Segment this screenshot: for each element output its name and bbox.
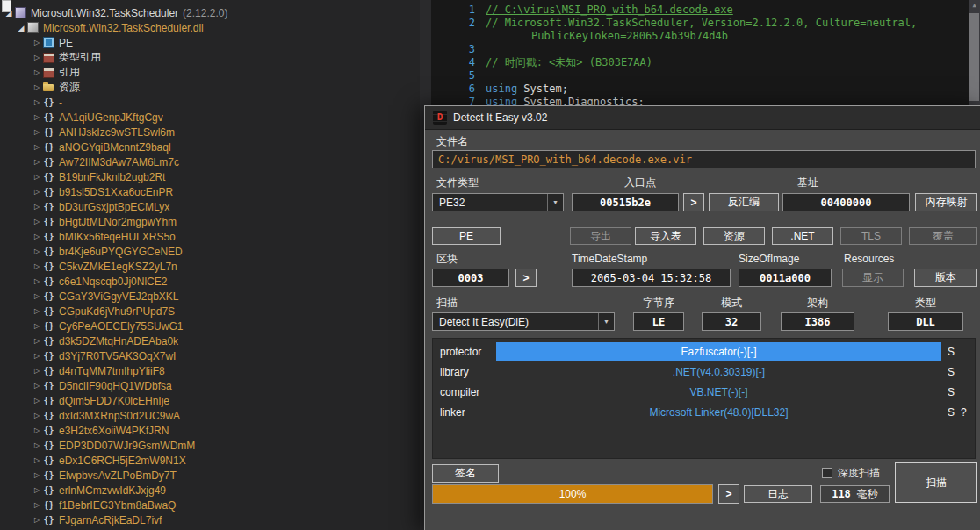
endianness-field[interactable]: LE — [633, 312, 684, 331]
disassemble-button[interactable]: 反汇编 — [709, 193, 779, 211]
import-table-button[interactable]: 导入表 — [635, 227, 696, 245]
log-button[interactable]: 日志 — [744, 485, 812, 503]
expander-icon[interactable]: ▷ — [32, 203, 42, 211]
scan-result-row[interactable]: linker Microsoft Linker(48.0)[DLL32] S ? — [433, 402, 975, 422]
expander-icon[interactable]: ▷ — [32, 367, 42, 375]
tree-item-namespace[interactable]: ▷ {} b91sl5DS1Xxa6ocEnPR — [0, 184, 420, 199]
minimize-button[interactable]: — — [947, 111, 973, 124]
tree-item-namespace[interactable]: ▷ {} EDP3DD07WJr9GsmWDmM — [0, 438, 420, 453]
tree-item[interactable]: ▷ 引用 — [0, 65, 420, 80]
expander-icon[interactable]: ▷ — [32, 68, 42, 76]
expander-icon[interactable]: ▷ — [32, 441, 42, 449]
expander-icon[interactable]: ▷ — [32, 352, 42, 360]
result-signature-flag[interactable]: S — [941, 346, 961, 358]
expander-icon[interactable]: ▷ — [32, 516, 42, 524]
expander-icon[interactable]: ▷ — [32, 262, 42, 270]
expander-icon[interactable]: ▷ — [32, 277, 42, 285]
export-button[interactable]: 导出 — [570, 227, 631, 245]
scrollbar-thumb[interactable] — [969, 13, 979, 101]
image-base-field[interactable]: 00400000 — [782, 193, 910, 211]
assembly-explorer[interactable]: ◢ Microsoft.Win32.TaskScheduler (2.12.2.… — [0, 0, 420, 530]
expander-icon[interactable]: ▷ — [32, 233, 42, 240]
expander-icon[interactable]: ▷ — [32, 113, 42, 121]
expander-icon[interactable]: ▷ — [32, 486, 42, 494]
tree-item-assembly[interactable]: ◢ Microsoft.Win32.TaskScheduler (2.12.2.… — [0, 5, 420, 20]
tree-item-namespace[interactable]: ▷ {} C5kvZMkE1egKSZ2yL7n — [0, 259, 420, 274]
arch-field[interactable]: I386 — [781, 312, 854, 331]
expander-icon[interactable]: ▷ — [32, 128, 42, 136]
signature-button[interactable]: 签名 — [432, 464, 499, 483]
resources-button[interactable]: 资源 — [703, 227, 765, 245]
tree-item[interactable]: ▷ 资源 — [0, 80, 420, 95]
tree-item-namespace[interactable]: ▷ {} f1BebrIEG3Ybm8aBwaQ — [0, 498, 420, 512]
tree-item-namespace[interactable]: ▷ {} AA1qiUGenpJKftgCgv — [0, 110, 420, 125]
expander-icon[interactable]: ▷ — [32, 426, 42, 434]
tree-item-namespace[interactable]: ▷ {} Aw72IIM3dAw7AM6Lm7c — [0, 154, 420, 169]
entry-point-follow-button[interactable]: > — [683, 193, 704, 211]
tree-item-namespace[interactable]: ▷ {} c6e1Nqscqb0Jj0NlCE2 — [0, 274, 420, 289]
tree-item-namespace[interactable]: ▷ {} d4nTqMM7tmIhpYliiF8 — [0, 363, 420, 378]
tree-item-namespace[interactable]: ▷ {} ElwpbvsAvZLPoBmDy7T — [0, 468, 420, 483]
expander-icon[interactable]: ▷ — [32, 83, 42, 91]
tree-item-namespace[interactable]: ▷ {} bMIKx56feqeHULXRS5o — [0, 229, 420, 244]
dotnet-button[interactable]: .NET — [772, 227, 833, 245]
expander-icon[interactable]: ▷ — [32, 39, 42, 47]
tls-button[interactable]: TLS — [840, 227, 902, 245]
tree-item-namespace[interactable]: ▷ {} CGaY3ViGgyVEJ2qbXKL — [0, 289, 420, 304]
scan-result-row[interactable]: compiler VB.NET(-)[-] S — [433, 382, 975, 402]
expander-icon[interactable]: ▷ — [32, 188, 42, 196]
sizeofimage-field[interactable]: 0011a000 — [739, 269, 832, 287]
expander-icon[interactable]: ▷ — [32, 412, 42, 419]
expander-icon[interactable]: ◢ — [4, 9, 14, 18]
mode-field[interactable]: 32 — [702, 312, 761, 331]
expander-icon[interactable]: ▷ — [32, 337, 42, 345]
expander-icon[interactable]: ▷ — [32, 471, 42, 479]
pe-button[interactable]: PE — [432, 227, 501, 245]
tree-item[interactable]: ▷ PE — [0, 35, 420, 50]
tree-item-namespace[interactable]: ▷ {} ANHJskIzc9wSTLSwl6m — [0, 125, 420, 140]
deep-scan-checkbox[interactable]: 深度扫描 — [822, 466, 880, 480]
scan-button[interactable]: 扫描 — [895, 462, 977, 503]
tree-item-namespace[interactable]: ▷ {} bHgtJtMLNor2mgpwYhm — [0, 214, 420, 229]
tree-item-namespace[interactable]: ▷ {} - — [0, 95, 420, 110]
expander-icon[interactable]: ▷ — [32, 173, 42, 181]
tree-item-namespace[interactable]: ▷ {} d3k5DZMtqHnADEAba0k — [0, 333, 420, 348]
version-button[interactable]: 版本 — [914, 269, 977, 287]
tree-item-namespace[interactable]: ▷ {} br4Kje6uPYQGYGCeNED — [0, 244, 420, 259]
expander-icon[interactable]: ▷ — [32, 456, 42, 464]
expander-icon[interactable]: ◢ — [16, 24, 26, 32]
expander-icon[interactable]: ▷ — [32, 501, 42, 509]
scroll-up-icon[interactable]: ▲ — [969, 0, 980, 11]
expander-icon[interactable]: ▷ — [32, 382, 42, 390]
result-more-flag[interactable]: ? — [961, 406, 975, 419]
overlay-button[interactable]: 覆盖 — [909, 227, 977, 245]
expander-icon[interactable]: ▷ — [32, 247, 42, 255]
result-signature-flag[interactable]: S — [941, 386, 961, 398]
tree-item-namespace[interactable]: ▷ {} aNOGYqiBMcnntZ9baql — [0, 140, 420, 154]
tree-item-namespace[interactable]: ▷ {} Cy6PeAOECEly75SUwG1 — [0, 319, 420, 333]
file-name-field[interactable]: C:/virus/MSI_PRO_with_b64.decode.exe.vir — [432, 150, 976, 168]
result-signature-flag[interactable]: S — [941, 406, 961, 419]
scan-result-row[interactable]: library .NET(v4.0.30319)[-] S — [433, 362, 975, 382]
tree-item-namespace[interactable]: ▷ {} bD3urGsxjptBpECMLyx — [0, 199, 420, 214]
expander-icon[interactable]: ▷ — [32, 292, 42, 300]
expander-icon[interactable]: ▷ — [32, 218, 42, 226]
tree-item-namespace[interactable]: ▷ {} d3Yj7R0TV5AK3OqX7wI — [0, 348, 420, 363]
expander-icon[interactable]: ▷ — [32, 143, 42, 151]
result-signature-flag[interactable]: S — [941, 366, 961, 378]
tree-item-namespace[interactable]: ▷ {} eDx1C6RCH5jE2mW9N1X — [0, 453, 420, 468]
tree-item-module[interactable]: ◢ Microsoft.Win32.TaskScheduler.dll — [0, 20, 420, 35]
expander-icon[interactable]: ▷ — [32, 307, 42, 315]
checkbox-icon[interactable] — [822, 468, 832, 478]
type-field[interactable]: DLL — [888, 312, 963, 331]
expander-icon[interactable]: ▷ — [32, 397, 42, 405]
entry-point-field[interactable]: 00515b2e — [572, 193, 679, 211]
tree-item-namespace[interactable]: ▷ {} CGpuKd6jVhu9rPUpd7S — [0, 304, 420, 319]
timedatestamp-field[interactable]: 2065-03-04 15:32:58 — [572, 269, 731, 287]
memory-map-button[interactable]: 内存映射 — [915, 193, 977, 211]
tree-item-namespace[interactable]: ▷ {} dQim5FDD7K0lcEHnIje — [0, 393, 420, 408]
tree-item-namespace[interactable]: ▷ {} erlnMCmzvwIdKJxjg49 — [0, 483, 420, 498]
die-titlebar[interactable]: D Detect It Easy v3.02 — — [425, 106, 980, 130]
expander-icon[interactable]: ▷ — [32, 322, 42, 330]
tree-item[interactable]: ▷ 类型引用 — [0, 50, 420, 65]
